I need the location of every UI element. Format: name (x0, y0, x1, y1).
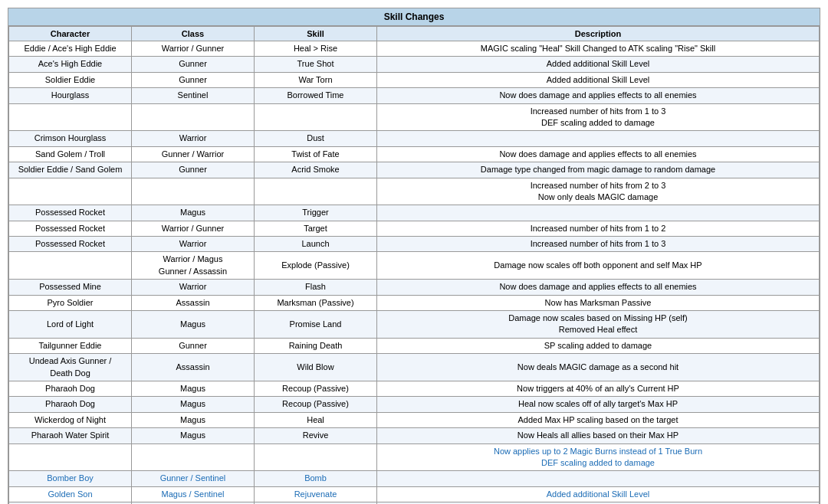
cell-character: Bomber Boy (9, 471, 132, 486)
table-row: Possessed RocketWarrior / GunnerTargetIn… (9, 221, 820, 236)
cell-description: Heal now scales off of ally target's Max… (377, 397, 820, 412)
cell-character: Crimson Hourglass (9, 131, 132, 146)
cell-description: Now has Marksman Passive (377, 295, 820, 310)
cell-character: Undead Axis Gunner /Death Dog (9, 354, 132, 381)
cell-class: Warrior / Gunner (132, 221, 255, 236)
cell-description: Added Max HP scaling based on the target (377, 412, 820, 427)
cell-skill: Twist of Fate (255, 146, 377, 162)
cell-character: Pharaoh Water Spirit (9, 428, 132, 443)
table-row: Warrior / MagusGunner / AssassinExplode … (9, 252, 820, 280)
cell-description: Increased number of hits from 1 to 2 (377, 221, 820, 236)
cell-description: Damage now scales off both opponent and … (377, 252, 820, 280)
cell-description: Added additional Skill Level (377, 72, 820, 87)
cell-class: Gunner (132, 72, 255, 87)
cell-skill: War Torn (255, 72, 377, 87)
cell-character: Wickerdog of Night (9, 412, 132, 427)
cell-description (377, 131, 820, 146)
table-row: Possessed MineWarriorFlashNow does damag… (9, 280, 820, 295)
cell-character: Soldier Eddie (9, 72, 132, 87)
cell-class (132, 103, 255, 131)
cell-skill: Revive (255, 428, 377, 443)
cell-skill: Trigger (255, 205, 377, 221)
cell-skill: Acrid Smoke (255, 162, 377, 178)
cell-class: Gunner (132, 338, 255, 353)
cell-skill: Promise Land (255, 311, 377, 339)
table-row: Tailgunner EddieGunnerRaining DeathSP sc… (9, 338, 820, 353)
cell-character: Possessed Rocket (9, 221, 132, 236)
table-row: Soldier EddieGunnerWar TornAdded additio… (9, 72, 820, 87)
cell-description: Now deals MAGIC damage as a second hit (377, 354, 820, 381)
cell-character: Golden Son (9, 486, 132, 502)
skill-changes-container: Skill Changes Character Class Skill Desc… (8, 8, 820, 504)
table-row: Pharaoh DogMagusRecoup (Passive)Now trig… (9, 381, 820, 396)
table-row: Increased number of hits from 1 to 3DEF … (9, 103, 820, 131)
table-row: Sand Golem / TrollGunner / WarriorTwist … (9, 146, 820, 162)
cell-skill: Bomb (255, 471, 377, 486)
cell-skill (255, 103, 377, 131)
cell-skill: Borrowed Time (255, 88, 377, 103)
cell-skill: Recoup (Passive) (255, 381, 377, 396)
cell-skill: Wild Blow (255, 354, 377, 381)
cell-description: Increased number of hits from 2 to 3Now … (377, 178, 820, 205)
cell-skill: True Shot (255, 57, 377, 72)
cell-description: Now does damage and applies effects to a… (377, 146, 820, 162)
cell-character: Sand Golem / Troll (9, 146, 132, 162)
cell-class: Magus (132, 397, 255, 412)
cell-description: Damage now scales based on Missing HP (s… (377, 311, 820, 339)
cell-skill: Launch (255, 237, 377, 252)
cell-class: Warrior / Gunner (132, 41, 255, 57)
cell-character: Ace's High Eddie (9, 57, 132, 72)
cell-class: Gunner (132, 57, 255, 72)
cell-class: Sentinel (132, 88, 255, 103)
table-row: Now applies up to 2 Magic Burns instead … (9, 443, 820, 471)
table-row: Pharaoh Water SpiritMagusReviveNow Heals… (9, 428, 820, 443)
cell-class: Magus (132, 412, 255, 427)
cell-character: Lord of Light (9, 311, 132, 339)
cell-class: Magus / Sentinel (132, 486, 255, 502)
table-row: Ace's High EddieGunnerTrue ShotAdded add… (9, 57, 820, 72)
table-row: Pharaoh DogMagusRecoup (Passive)Heal now… (9, 397, 820, 412)
cell-description: Damage type changed from magic damage to… (377, 162, 820, 178)
cell-skill: Flash (255, 280, 377, 295)
table-row: Pyro SoldierAssassinMarksman (Passive)No… (9, 295, 820, 310)
cell-character (9, 178, 132, 205)
skill-changes-table: Character Class Skill Description Eddie … (8, 26, 820, 504)
header-description: Description (377, 27, 820, 41)
cell-description: Added additional Skill Level (377, 486, 820, 502)
cell-class: Magus (132, 428, 255, 443)
table-row: Crimson HourglassWarriorDust (9, 131, 820, 146)
table-row: Wickerdog of NightMagusHealAdded Max HP … (9, 412, 820, 427)
cell-skill: Recoup (Passive) (255, 397, 377, 412)
cell-skill: Heal > Rise (255, 41, 377, 57)
table-row: Soldier Eddie / Sand GolemGunnerAcrid Sm… (9, 162, 820, 178)
header-row: Character Class Skill Description (9, 27, 820, 41)
cell-class: Gunner / Warrior (132, 146, 255, 162)
cell-description (377, 471, 820, 486)
cell-class: Warrior (132, 237, 255, 252)
cell-character: Soldier Eddie / Sand Golem (9, 162, 132, 178)
table-row: Possessed RocketMagusTrigger (9, 205, 820, 221)
cell-character: Possessed Rocket (9, 205, 132, 221)
cell-class (132, 443, 255, 471)
cell-description: Now triggers at 40% of an ally's Current… (377, 381, 820, 396)
cell-class: Assassin (132, 354, 255, 381)
cell-character: Possessed Rocket (9, 237, 132, 252)
cell-skill (255, 178, 377, 205)
cell-class: Warrior / MagusGunner / Assassin (132, 252, 255, 280)
cell-character: Pharaoh Dog (9, 381, 132, 396)
table-row: Golden SonMagus / SentinelRejuvenateAdde… (9, 486, 820, 502)
table-row: HourglassSentinelBorrowed TimeNow does d… (9, 88, 820, 103)
cell-description: Now applies up to 2 Magic Burns instead … (377, 443, 820, 471)
table-row: Lord of LightMagusPromise LandDamage now… (9, 311, 820, 339)
cell-character: Pharaoh Dog (9, 397, 132, 412)
cell-skill (255, 443, 377, 471)
cell-character: Tailgunner Eddie (9, 338, 132, 353)
cell-skill: Dust (255, 131, 377, 146)
cell-skill: Heal (255, 412, 377, 427)
cell-description (377, 205, 820, 221)
cell-character: Possessed Mine (9, 280, 132, 295)
cell-description: Now does damage and applies effects to a… (377, 88, 820, 103)
cell-class (132, 178, 255, 205)
table-row: Eddie / Ace's High EddieWarrior / Gunner… (9, 41, 820, 57)
cell-character (9, 103, 132, 131)
